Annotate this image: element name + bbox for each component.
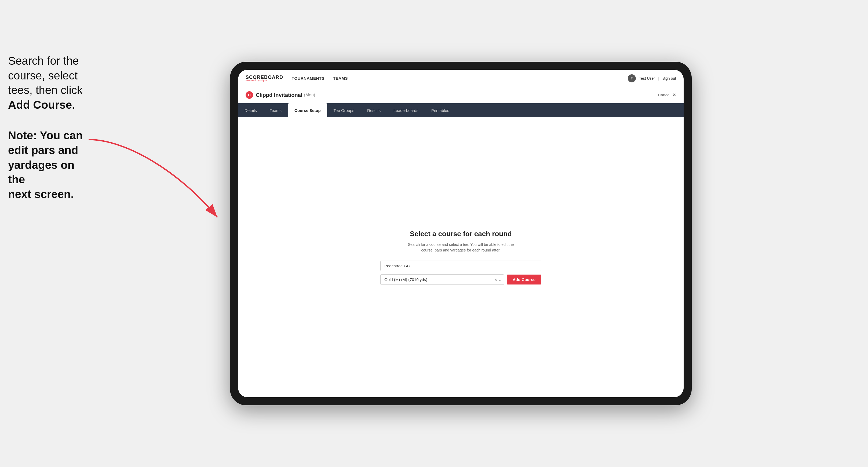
add-course-button[interactable]: Add Course: [507, 275, 541, 284]
tournament-header: C Clippd Invitational (Men) Cancel ✕: [238, 87, 684, 103]
nav-tournaments[interactable]: TOURNAMENTS: [292, 76, 324, 81]
sign-out-link[interactable]: Sign out: [662, 76, 676, 81]
tab-results[interactable]: Results: [361, 103, 387, 117]
cancel-x-icon: ✕: [673, 93, 676, 97]
tab-bar: Details Teams Course Setup Tee Groups Re…: [238, 103, 684, 117]
pipe-separator: |: [658, 76, 659, 81]
tab-teams[interactable]: Teams: [263, 103, 288, 117]
user-avatar: T: [628, 74, 636, 83]
logo-area: SCOREBOARD Powered by clippd: [246, 74, 283, 82]
nav-links: TOURNAMENTS TEAMS: [292, 76, 348, 81]
tablet-screen: SCOREBOARD Powered by clippd TOURNAMENTS…: [238, 70, 684, 397]
top-nav: SCOREBOARD Powered by clippd TOURNAMENTS…: [238, 70, 684, 87]
panel-description: Search for a course and select a tee. Yo…: [380, 242, 541, 253]
annotation-note: Note: You can edit pars and yardages on …: [8, 128, 83, 201]
tab-details[interactable]: Details: [238, 103, 263, 117]
tee-select-row: Gold (M) (M) (7010 yds) ✕ ⌄ Add Course: [380, 274, 541, 285]
tablet-frame: SCOREBOARD Powered by clippd TOURNAMENTS…: [230, 62, 692, 405]
panel-title: Select a course for each round: [380, 230, 541, 238]
tab-tee-groups[interactable]: Tee Groups: [327, 103, 361, 117]
nav-teams[interactable]: TEAMS: [333, 76, 348, 81]
tab-leaderboards[interactable]: Leaderboards: [387, 103, 425, 117]
course-setup-panel: Select a course for each round Search fo…: [380, 230, 541, 285]
tab-printables[interactable]: Printables: [425, 103, 456, 117]
annotation-line1: Search for the: [8, 55, 79, 67]
annotation-line3: tees, then click: [8, 84, 83, 96]
tournament-gender: (Men): [304, 93, 315, 97]
tee-select-wrapper: Gold (M) (M) (7010 yds) ✕ ⌄: [380, 274, 504, 285]
user-name: Test User: [639, 76, 655, 81]
tee-select[interactable]: Gold (M) (M) (7010 yds): [380, 274, 504, 285]
cancel-button[interactable]: Cancel ✕: [658, 93, 676, 97]
user-area: T Test User | Sign out: [628, 74, 676, 83]
annotation-bold: Add Course.: [8, 98, 75, 111]
arrow-annotation: [72, 131, 247, 239]
tab-course-setup[interactable]: Course Setup: [288, 103, 327, 117]
main-content: Select a course for each round Search fo…: [238, 117, 684, 397]
tournament-icon: C: [246, 91, 253, 99]
annotation-text: Search for the course, select tees, then…: [8, 54, 83, 201]
course-search-input[interactable]: [380, 260, 541, 271]
tournament-name: Clippd Invitational: [256, 92, 302, 98]
annotation-line2: course, select: [8, 69, 78, 82]
